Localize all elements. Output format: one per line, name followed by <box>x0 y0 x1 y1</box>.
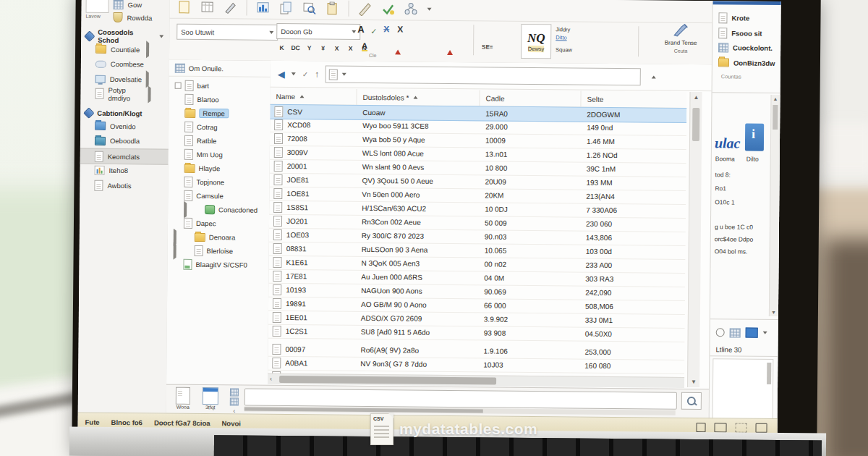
se-button[interactable]: SE≡ <box>482 43 493 50</box>
column-header-size[interactable]: Selte <box>581 91 686 108</box>
strike-blue-button[interactable]: X <box>383 24 389 34</box>
sidebar-item-oeboodla[interactable]: Oeboodla <box>80 133 169 148</box>
address-dropdown-chevron[interactable] <box>342 73 346 76</box>
preview-scroll-thumb[interactable] <box>767 363 771 384</box>
tree-item-mm-uog[interactable]: Mm Uog <box>184 148 223 161</box>
forward-check-icon[interactable]: ✓ <box>302 70 308 78</box>
highlight-color-button[interactable]: A <box>362 41 367 51</box>
tree-item-bart[interactable]: bart <box>175 79 210 93</box>
sidebar-top-item-rowdda[interactable]: Rowdda <box>113 10 163 25</box>
mini-format-button[interactable]: K <box>276 42 287 53</box>
sidebar-item-coombese[interactable]: Coombese <box>81 56 169 72</box>
tree-item-ratble[interactable]: Ratble <box>184 134 217 148</box>
ruler-pen-icon[interactable] <box>358 2 373 15</box>
tree-item-blartoo[interactable]: Blartoo <box>184 93 218 106</box>
mini-format-button[interactable]: X <box>345 43 356 54</box>
grid-small-icon-2[interactable] <box>230 397 239 405</box>
right-panel-item-4[interactable]: OonBizn3dw <box>718 58 775 67</box>
mini-format-button[interactable]: DC <box>290 42 301 53</box>
status-item[interactable]: Blnoc fo6 <box>111 418 142 426</box>
sort-warning-button[interactable] <box>395 41 401 49</box>
validate-icon[interactable] <box>380 2 395 15</box>
right-panel-item-2[interactable]: Fsooo sit <box>718 28 762 39</box>
tree-item-cotrag[interactable]: Cotrag <box>184 120 218 134</box>
sidebar-item-countiale[interactable]: Countiale <box>81 42 169 57</box>
sidebar-item-iteho8[interactable]: Iteho8 <box>80 163 169 178</box>
check-button[interactable]: ✓ <box>370 27 377 36</box>
collapse-chevron[interactable] <box>780 348 780 351</box>
scroll-up-arrow[interactable]: ▲ <box>693 94 699 101</box>
tree-item-blerloise[interactable]: Blerloise <box>174 244 234 258</box>
scroll-up-arrow[interactable]: ▲ <box>773 96 778 101</box>
stack-label-2[interactable]: Ditto <box>556 33 592 41</box>
tree-item-conacdoned[interactable]: Conacdoned <box>184 203 258 217</box>
tray-icon-3[interactable] <box>735 423 746 432</box>
column-header-code[interactable]: Cadle <box>480 90 581 106</box>
tray-icon-2[interactable] <box>714 423 726 432</box>
diagram-icon[interactable] <box>404 2 418 15</box>
back-history-chevron[interactable] <box>292 72 296 75</box>
stack-label-3[interactable]: Squaw <box>556 46 592 54</box>
scroll-left-arrow[interactable]: ‹ <box>270 375 272 382</box>
mini-format-button[interactable]: ¥ <box>318 42 328 53</box>
status-item[interactable]: Novoi <box>221 419 240 427</box>
selected-view-icon[interactable] <box>746 328 758 338</box>
ribbon-search-combobox[interactable]: Soo Utuwit <box>176 24 278 41</box>
thumbnail-view-icon[interactable] <box>730 328 741 337</box>
table-row[interactable]: 1C2S1SU8 [Ad0 911 5 A6do93 90804.50X0 <box>268 324 685 342</box>
copy-icon[interactable] <box>279 1 294 14</box>
horizontal-scroll-thumb[interactable] <box>279 376 496 385</box>
toolbar-overflow-chevron[interactable] <box>427 8 432 11</box>
sidebar-item-ovenido[interactable]: Ovenido <box>80 119 169 134</box>
status-item[interactable]: Fute <box>85 418 100 426</box>
column-header-date[interactable]: Dustolsdoles * <box>357 89 480 106</box>
view-dropdown-chevron[interactable] <box>763 332 767 334</box>
status-item[interactable]: Dooct fGa7 8cioa <box>154 418 210 427</box>
column-header-name[interactable]: Name <box>270 88 357 105</box>
address-bar[interactable] <box>326 66 641 86</box>
document-view-button[interactable]: Wooa <box>172 387 194 412</box>
table-icon[interactable] <box>200 1 215 14</box>
views-button[interactable] <box>86 0 109 13</box>
section-header[interactable]: Ltline 30 <box>710 342 780 357</box>
edit-pen-icon[interactable] <box>224 1 238 14</box>
tray-icon-4[interactable] <box>755 423 767 433</box>
scroll-top-chevron[interactable] <box>652 75 656 78</box>
tree-header[interactable]: Om Onuile. <box>169 60 276 77</box>
brand-tense-button[interactable]: Brand Tense Ceuta <box>652 22 709 54</box>
up-button[interactable]: ↑ <box>315 69 319 79</box>
tray-icon-1[interactable] <box>696 423 705 432</box>
font-color-button[interactable]: A <box>357 24 365 35</box>
tree-item-blaagitv-s-csf0[interactable]: BlaagitV S/CSF0 <box>183 258 247 272</box>
back-button[interactable]: ◀ <box>278 68 285 79</box>
right-panel-item-3[interactable]: Cuockolont. <box>718 43 773 53</box>
scroll-down-arrow[interactable]: ▼ <box>691 379 697 385</box>
sidebar-item-keomclats[interactable]: Keomclats <box>80 148 169 165</box>
vertical-scroll-thumb[interactable] <box>692 108 699 141</box>
vertical-scrollbar[interactable]: ▲ ▼ <box>687 92 702 387</box>
sidebar-item-dovelsatie[interactable]: Dovelsatie <box>81 72 169 87</box>
window-view-button[interactable]: 3tfqt <box>200 387 221 412</box>
nq-big-button[interactable]: NQ Dewsy <box>521 24 551 59</box>
strike-button[interactable]: X <box>397 24 403 34</box>
sidebar-item-potyp-dmdiyo[interactable]: Potyp dmdiyo <box>80 86 169 101</box>
tree-item-topjnone[interactable]: Topjnone <box>184 175 224 189</box>
tree-item-rempe[interactable]: Rempe <box>184 106 229 121</box>
details-scroll-thumb[interactable] <box>773 105 778 130</box>
mini-format-button[interactable]: X <box>331 43 342 54</box>
input-scroll-thumb[interactable] <box>244 408 483 413</box>
details-scrollbar[interactable]: ▲ ▼ <box>769 95 780 316</box>
chart-icon[interactable] <box>256 1 271 14</box>
grid-small-icon[interactable] <box>230 388 239 396</box>
search-button[interactable] <box>681 392 702 410</box>
tree-item-hlayde[interactable]: Hlayde <box>184 161 221 175</box>
new-file-icon[interactable] <box>177 1 192 14</box>
sidebar-item-awbotis[interactable]: Awbotis <box>80 178 168 193</box>
stack-label-1[interactable]: Jiddry <box>556 25 592 33</box>
filter-warning-button[interactable] <box>447 42 453 50</box>
font-name-combobox[interactable]: Dooon Gb <box>276 23 360 40</box>
clipboard-icon[interactable] <box>326 2 340 15</box>
right-panel-item-1[interactable]: Krote <box>718 12 749 23</box>
mini-format-button[interactable]: Y <box>304 42 315 53</box>
scroll-down-arrow[interactable]: ▼ <box>771 310 776 315</box>
